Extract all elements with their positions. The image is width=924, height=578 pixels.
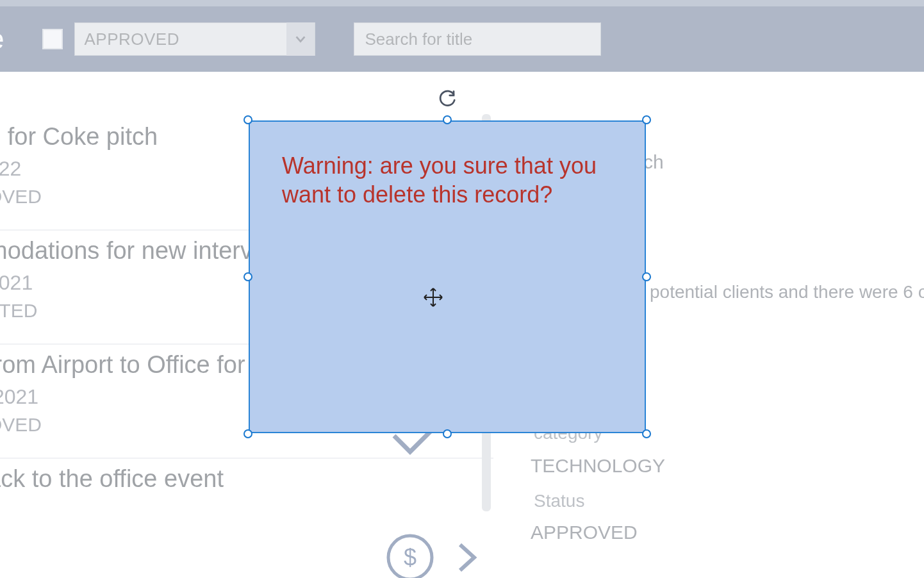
- chevron-down-icon[interactable]: [286, 22, 315, 56]
- svg-text:$: $: [404, 544, 417, 570]
- dollar-circle-icon: $: [384, 532, 436, 578]
- resize-handle-bottom-middle[interactable]: [443, 429, 452, 438]
- resize-handle-middle-right[interactable]: [642, 272, 651, 281]
- status-dropdown[interactable]: APPROVED: [74, 22, 315, 56]
- resize-handle-bottom-left[interactable]: [243, 429, 252, 438]
- topbar: se APPROVED: [0, 0, 924, 72]
- resize-handle-top-left[interactable]: [243, 115, 252, 124]
- warning-message: Warning: are you sure that you want to d…: [282, 151, 613, 209]
- status-value: APPROVED: [531, 522, 638, 543]
- rotate-handle-icon[interactable]: [438, 90, 457, 109]
- status-dropdown-value: APPROVED: [75, 29, 286, 49]
- resize-handle-top-right[interactable]: [642, 115, 651, 124]
- status-label: Status: [534, 491, 584, 511]
- filter-checkbox[interactable]: [42, 29, 63, 49]
- list-item-title: ack to the office event: [0, 465, 493, 493]
- page-title-fragment: se: [0, 23, 4, 55]
- selected-element-bounds[interactable]: Warning: are you sure that you want to d…: [243, 115, 651, 438]
- category-value: TECHNOLOGY: [531, 455, 665, 477]
- search-input[interactable]: [354, 22, 601, 56]
- list-item[interactable]: ack to the office event: [0, 459, 493, 515]
- chevron-right-icon: [455, 541, 481, 576]
- move-cursor-icon: [423, 287, 443, 308]
- resize-handle-top-middle[interactable]: [443, 115, 452, 124]
- resize-handle-middle-left[interactable]: [243, 272, 252, 281]
- warning-dialog[interactable]: Warning: are you sure that you want to d…: [249, 120, 646, 433]
- resize-handle-bottom-right[interactable]: [642, 429, 651, 438]
- detail-text-fragment: potential clients and there were 6 of u: [650, 282, 924, 302]
